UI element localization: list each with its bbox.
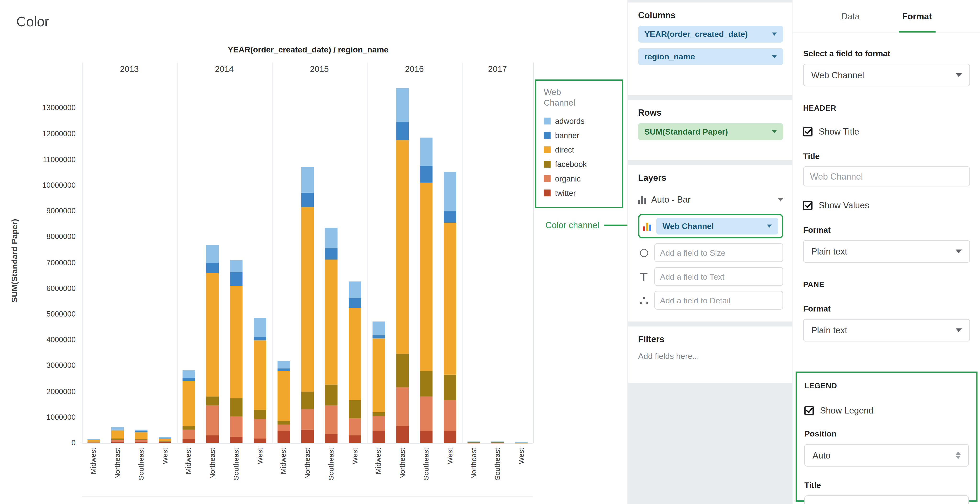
bar-segment-twitter[interactable]: [230, 437, 242, 443]
legend-item[interactable]: banner: [544, 128, 622, 143]
bar-segment-adwords[interactable]: [254, 318, 266, 337]
bar-segment-facebook[interactable]: [396, 354, 409, 388]
pill-year-order-created-date[interactable]: YEAR(order_created_date): [638, 26, 783, 43]
chevron-down-icon[interactable]: [772, 33, 777, 36]
bar-segment-direct[interactable]: [159, 438, 171, 441]
bar-segment-adwords[interactable]: [515, 442, 527, 442]
bar-segment-twitter[interactable]: [396, 426, 409, 443]
bar-segment-direct[interactable]: [444, 222, 456, 375]
bar-segment-twitter[interactable]: [420, 431, 432, 443]
bar-segment-adwords[interactable]: [278, 361, 290, 368]
bar-segment-direct[interactable]: [206, 273, 219, 397]
checkbox-checked-icon[interactable]: [803, 200, 813, 210]
bar-segment-organic[interactable]: [111, 439, 124, 442]
bar-segment-twitter[interactable]: [278, 431, 290, 443]
bar-segment-facebook[interactable]: [372, 412, 385, 416]
bar-segment-adwords[interactable]: [444, 172, 456, 211]
bar-segment-facebook[interactable]: [420, 371, 432, 397]
chevron-down-icon[interactable]: [772, 55, 777, 58]
pane-format-dropdown[interactable]: Plain text: [803, 319, 970, 341]
size-field-input[interactable]: [654, 243, 783, 262]
bar-segment-banner[interactable]: [325, 248, 337, 260]
bar-segment-adwords[interactable]: [325, 228, 337, 248]
bar-segment-banner[interactable]: [183, 378, 195, 381]
bar-segment-adwords[interactable]: [230, 260, 242, 272]
bar-segment-facebook[interactable]: [206, 397, 219, 405]
bar-segment-organic[interactable]: [349, 418, 361, 435]
bar-segment-twitter[interactable]: [372, 431, 385, 443]
tab-data[interactable]: Data: [837, 0, 864, 33]
bar-segment-organic[interactable]: [420, 397, 432, 431]
bar-segment-twitter[interactable]: [88, 442, 100, 443]
bar-segment-twitter[interactable]: [183, 439, 195, 443]
bar-segment-twitter[interactable]: [325, 434, 337, 443]
bar-segment-organic[interactable]: [325, 405, 337, 434]
chevron-down-icon[interactable]: [767, 225, 772, 228]
bar-segment-facebook[interactable]: [88, 442, 100, 442]
pill-sum-standard-paper[interactable]: SUM(Standard Paper): [638, 123, 783, 140]
bar-segment-direct[interactable]: [278, 371, 290, 421]
bar-segment-twitter[interactable]: [159, 442, 171, 443]
bar-segment-banner[interactable]: [206, 263, 219, 273]
show-title-checkbox-row[interactable]: Show Title: [803, 126, 970, 137]
show-legend-checkbox-row[interactable]: Show Legend: [804, 405, 969, 415]
pill-web-channel[interactable]: Web Channel: [656, 218, 778, 234]
bar-segment-adwords[interactable]: [206, 245, 219, 263]
pill-region-name[interactable]: region_name: [638, 48, 783, 65]
bar-segment-twitter[interactable]: [111, 442, 124, 443]
bar-segment-adwords[interactable]: [396, 88, 409, 122]
bar-segment-organic[interactable]: [135, 440, 147, 442]
bar-segment-direct[interactable]: [325, 260, 337, 385]
bar-segment-direct[interactable]: [183, 381, 195, 426]
bar-segment-adwords[interactable]: [420, 137, 432, 166]
bar-segment-banner[interactable]: [301, 193, 313, 207]
show-values-checkbox-row[interactable]: Show Values: [803, 200, 970, 210]
bar-segment-organic[interactable]: [183, 430, 195, 439]
bar-segment-twitter[interactable]: [206, 435, 219, 443]
bar-segment-facebook[interactable]: [111, 438, 124, 439]
bar-segment-adwords[interactable]: [349, 282, 361, 298]
bar-segment-banner[interactable]: [254, 337, 266, 340]
bar-segment-banner[interactable]: [420, 166, 432, 182]
bar-segment-banner[interactable]: [135, 431, 147, 432]
bar-segment-facebook[interactable]: [349, 400, 361, 418]
bar-segment-adwords[interactable]: [491, 441, 504, 442]
bar-segment-banner[interactable]: [88, 439, 100, 440]
bar-segment-adwords[interactable]: [372, 321, 385, 335]
bar-segment-banner[interactable]: [111, 429, 124, 430]
bar-segment-adwords[interactable]: [111, 427, 124, 429]
bar-segment-banner[interactable]: [444, 211, 456, 222]
bar-segment-direct[interactable]: [111, 431, 124, 438]
legend-title-input[interactable]: [804, 495, 969, 504]
bar-segment-direct[interactable]: [254, 340, 266, 410]
bar-segment-organic[interactable]: [301, 410, 313, 430]
bar-segment-facebook[interactable]: [515, 442, 527, 443]
bar-segment-adwords[interactable]: [135, 430, 147, 431]
bar-segment-direct[interactable]: [135, 432, 147, 439]
bar-segment-facebook[interactable]: [444, 375, 456, 400]
bar-segment-direct[interactable]: [420, 182, 432, 371]
bar-segment-twitter[interactable]: [254, 438, 266, 443]
detail-field-input[interactable]: [654, 291, 783, 309]
bar-segment-organic[interactable]: [254, 419, 266, 438]
field-selector-dropdown[interactable]: Web Channel: [803, 64, 970, 86]
bar-segment-organic[interactable]: [206, 405, 219, 435]
bar-segment-direct[interactable]: [88, 440, 100, 442]
legend-position-dropdown[interactable]: Auto: [804, 444, 969, 467]
bar-segment-banner[interactable]: [349, 298, 361, 308]
legend-item[interactable]: organic: [544, 171, 622, 186]
bar-segment-facebook[interactable]: [183, 426, 195, 430]
bar-segment-adwords[interactable]: [301, 167, 313, 193]
bar-segment-banner[interactable]: [230, 272, 242, 286]
legend-item[interactable]: direct: [544, 143, 622, 157]
tab-format[interactable]: Format: [899, 0, 935, 33]
checkbox-checked-icon[interactable]: [803, 127, 813, 136]
bar-segment-organic[interactable]: [278, 425, 290, 431]
bar-segment-direct[interactable]: [349, 308, 361, 400]
bar-segment-facebook[interactable]: [468, 442, 480, 443]
checkbox-checked-icon[interactable]: [804, 405, 814, 415]
text-field-input[interactable]: [654, 267, 783, 285]
bar-segment-direct[interactable]: [372, 338, 385, 412]
bar-segment-twitter[interactable]: [135, 442, 147, 443]
bar-segment-twitter[interactable]: [301, 430, 313, 443]
